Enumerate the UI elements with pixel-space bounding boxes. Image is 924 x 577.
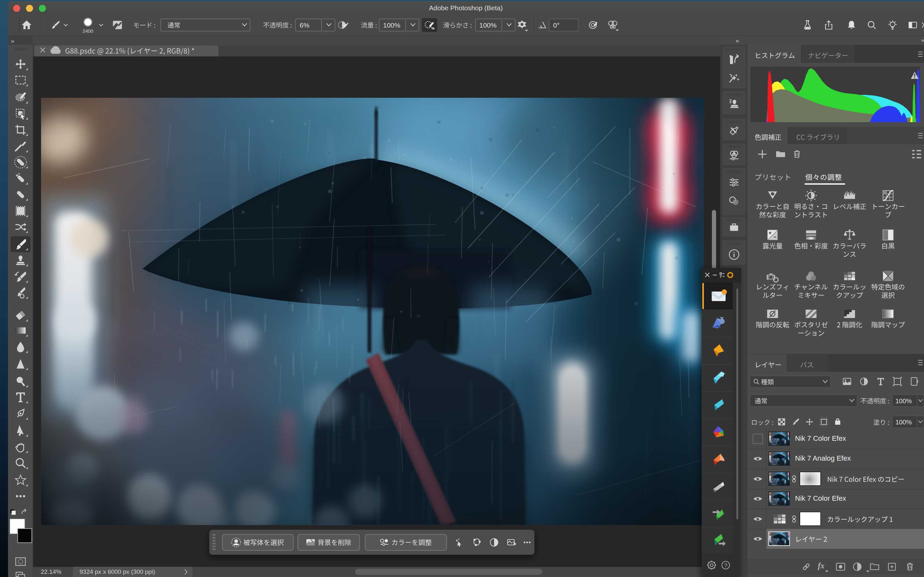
svg-text:?: ? [724, 562, 727, 569]
